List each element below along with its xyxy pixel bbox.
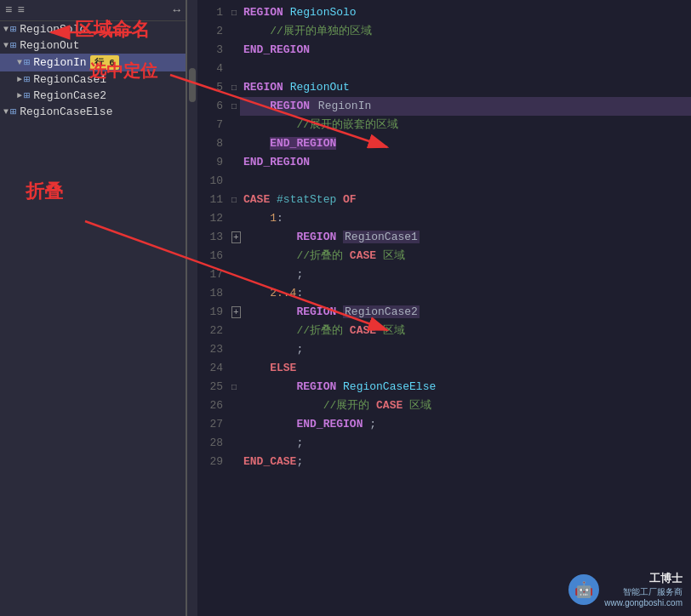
sidebar-item-regioncase1[interactable]: ► ⊞ RegionCase1 <box>0 71 186 88</box>
code-line-23: ; <box>240 340 691 359</box>
code-content: REGION RegionSolo //展开的单独的区域END_REGION R… <box>240 0 691 616</box>
token-kw-case: CASE <box>376 399 403 412</box>
region-icon: ⊞ <box>24 56 30 69</box>
token-comment: //展开的 <box>323 399 376 412</box>
token-ident: RegionSolo <box>290 6 357 19</box>
list-icon[interactable]: ≡ <box>5 3 12 17</box>
fold-indicator-22 <box>228 322 240 340</box>
fold-indicator-5[interactable]: □ <box>228 78 240 97</box>
line-number-25: 25 <box>197 378 223 396</box>
token-kw-end-region: END_REGION <box>270 137 336 150</box>
code-line-24: ELSE <box>240 359 691 378</box>
sidebar-item-regioncase2[interactable]: ► ⊞ RegionCase2 <box>0 88 186 104</box>
code-line-7: //展开的嵌套的区域 <box>240 116 691 134</box>
list2-icon[interactable]: ≡ <box>17 3 24 17</box>
fold-indicator-13[interactable]: + <box>228 228 240 247</box>
fold-indicator-4 <box>228 60 240 78</box>
sidebar-item-label: RegionCase2 <box>33 89 106 102</box>
scrollbar-vertical[interactable] <box>187 0 197 616</box>
watermark-subtitle: 智能工厂服务商 <box>604 586 682 598</box>
line-number-4: 4 <box>197 60 223 78</box>
line-number-2: 2 <box>197 22 223 41</box>
line-number-11: 11 <box>197 191 223 209</box>
fold-indicator-26 <box>228 396 240 415</box>
token-num: 1 <box>270 212 277 225</box>
region-icon: ⊞ <box>10 106 16 118</box>
line-number-3: 3 <box>197 41 223 60</box>
line-number-28: 28 <box>197 434 223 453</box>
line-number-19: 19 <box>197 303 223 322</box>
token-kw-region: REGION <box>270 100 310 112</box>
fold-indicator-12 <box>228 209 240 228</box>
token-hash-var: #statStep <box>277 193 336 206</box>
token-kw-region: REGION <box>296 305 336 318</box>
token-kw-case: OF <box>343 193 357 206</box>
code-line-11: CASE #statStep OF <box>240 191 691 209</box>
code-line-17: ; <box>240 265 691 284</box>
token-ident: RegionOut <box>290 81 350 94</box>
line-number-16: 16 <box>197 247 223 265</box>
fold-indicator-11[interactable]: □ <box>228 191 240 209</box>
code-line-1: REGION RegionSolo <box>240 3 691 22</box>
code-line-26: //展开的 CASE 区域 <box>240 396 691 415</box>
code-line-27: END_REGION ; <box>240 415 691 434</box>
sidebar-item-label: RegionSolo <box>20 23 86 36</box>
line-number-27: 27 <box>197 415 223 434</box>
token-kw-region: END_REGION <box>296 418 363 431</box>
tree-arrow-icon: ▼ <box>3 107 9 117</box>
fold-indicator-17 <box>228 265 240 284</box>
scrollbar-thumb[interactable] <box>189 68 196 102</box>
token-comment: //展开的单独的区域 <box>270 25 372 37</box>
annotation-fold: 折叠 <box>26 179 63 204</box>
line-number-29: 29 <box>197 453 223 471</box>
sidebar-item-label: RegionCaseElse <box>20 106 112 118</box>
tree-arrow-icon: ▼ <box>3 25 9 34</box>
code-line-28: ; <box>240 434 691 453</box>
token-ident-region: RegionIn <box>317 100 373 112</box>
sidebar-item-label: RegionCase1 <box>33 73 106 86</box>
token-kw-region: END_REGION <box>243 156 310 168</box>
sidebar-item-regionsolo[interactable]: ▼ ⊞ RegionSolo <box>0 21 186 37</box>
line-badge: 行 6 <box>90 55 119 70</box>
token-kw-region: REGION <box>296 380 336 393</box>
line-number-26: 26 <box>197 396 223 415</box>
sync-icon[interactable]: ↔ <box>174 3 180 17</box>
line-number-10: 10 <box>197 172 223 191</box>
code-line-10 <box>240 172 691 191</box>
code-line-12: 1: <box>240 209 691 228</box>
watermark-title: 工博士 <box>604 571 682 586</box>
fold-indicator-25[interactable]: □ <box>228 378 240 396</box>
line-number-24: 24 <box>197 359 223 378</box>
editor-area: 1234567891011121316171819222324252627282… <box>187 0 691 616</box>
sidebar-item-label: RegionOut <box>20 39 79 52</box>
token-sym: ; <box>296 268 303 281</box>
fold-indicator-28 <box>228 434 240 453</box>
token-sym: : <box>277 212 283 225</box>
fold-indicator-3 <box>228 41 240 60</box>
code-line-18: 2..4: <box>240 284 691 303</box>
token-kw-region: REGION <box>243 81 283 94</box>
code-line-19: REGION RegionCase2 <box>240 303 691 322</box>
fold-column[interactable]: □□□□++□ <box>228 0 240 616</box>
sidebar-item-regioncaseelse[interactable]: ▼ ⊞ RegionCaseElse <box>0 104 186 120</box>
line-number-13: 13 <box>197 228 223 247</box>
watermark-logo: 🤖 <box>568 574 599 605</box>
fold-indicator-6[interactable]: □ <box>228 97 240 116</box>
code-line-6: REGION RegionIn <box>240 97 691 116</box>
token-kw-region: REGION <box>296 231 336 243</box>
token-num: 2..4 <box>270 287 296 299</box>
line-number-7: 7 <box>197 116 223 134</box>
fold-indicator-19[interactable]: + <box>228 303 240 322</box>
code-line-22: //折叠的 CASE 区域 <box>240 322 691 340</box>
code-line-5: REGION RegionOut <box>240 78 691 97</box>
sidebar-item-label: RegionIn <box>33 56 86 69</box>
line-number-1: 1 <box>197 3 223 22</box>
fold-indicator-1[interactable]: □ <box>228 3 240 22</box>
sidebar-item-regionout[interactable]: ▼ ⊞ RegionOut <box>0 37 186 54</box>
token-ident: RegionCaseElse <box>343 380 436 393</box>
line-number-8: 8 <box>197 134 223 153</box>
line-numbers: 1234567891011121316171819222324252627282… <box>197 0 228 616</box>
tree-arrow-icon: ► <box>17 91 22 100</box>
sidebar-item-regionin[interactable]: ▼ ⊞ RegionIn 行 6 <box>0 54 186 71</box>
watermark-site: www.gongboshi.com <box>604 598 682 607</box>
